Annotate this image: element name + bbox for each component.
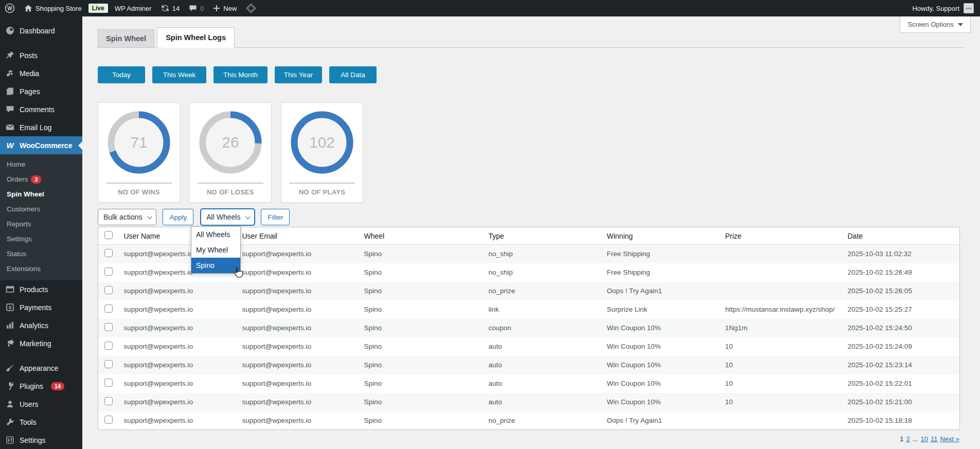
- sidebar-item-pages[interactable]: Pages: [0, 82, 82, 100]
- filter-button[interactable]: Filter: [261, 209, 290, 225]
- comments-icon: [5, 104, 15, 114]
- sidebar-item-settings[interactable]: Settings: [0, 431, 82, 449]
- column-header-wheel: Wheel: [360, 227, 485, 245]
- row-checkbox[interactable]: [104, 360, 113, 368]
- brush-icon: [5, 363, 15, 373]
- submenu-item-orders[interactable]: Orders3: [0, 172, 82, 187]
- main-content: Screen Options Spin Wheel Spin Wheel Log…: [82, 16, 980, 449]
- comments-indicator[interactable]: 0: [184, 0, 208, 16]
- column-header-type: Type: [485, 227, 603, 245]
- media-icon: [5, 68, 15, 78]
- svg-text:$: $: [9, 304, 12, 310]
- submenu-item-extensions[interactable]: Extensions: [0, 261, 82, 276]
- envelope-icon: [5, 122, 15, 132]
- row-checkbox[interactable]: [104, 397, 113, 405]
- submenu-item-home[interactable]: Home: [0, 157, 82, 172]
- updates-icon: [161, 4, 169, 12]
- table-row: support@wpexperts.io support@wpexperts.i…: [98, 282, 960, 300]
- loses-card: 26 NO OF LOSES: [189, 102, 272, 203]
- sidebar-item-marketing[interactable]: Marketing: [0, 334, 82, 352]
- sidebar-item-tools[interactable]: Tools: [0, 413, 82, 431]
- submenu-item-reports[interactable]: Reports: [0, 217, 82, 231]
- screen-options-button[interactable]: Screen Options: [900, 16, 971, 33]
- plays-donut-chart: 102: [290, 111, 354, 174]
- gem-icon[interactable]: [241, 0, 261, 16]
- submenu-item-settings[interactable]: Settings: [0, 231, 82, 246]
- sidebar-item-dashboard[interactable]: Dashboard: [0, 22, 82, 40]
- divider: [106, 183, 172, 184]
- page-link-2[interactable]: 2: [906, 435, 910, 443]
- apply-button[interactable]: Apply: [163, 209, 193, 225]
- sidebar-item-analytics[interactable]: Analytics: [0, 316, 82, 334]
- next-page-link[interactable]: Next »: [940, 435, 959, 443]
- wheel-filter-select[interactable]: All Wheels: [201, 209, 255, 225]
- sidebar-item-comments[interactable]: Comments: [0, 100, 82, 118]
- submenu-item-spin-wheel[interactable]: Spin Wheel: [0, 187, 82, 202]
- dropdown-option-my-wheel[interactable]: My Wheel: [191, 242, 240, 258]
- dropdown-option-spino[interactable]: Spino: [191, 258, 240, 273]
- submenu-item-customers[interactable]: Customers: [0, 202, 82, 217]
- comment-bubble-icon: [189, 4, 197, 12]
- this-week-button[interactable]: This Week: [152, 66, 206, 83]
- dropdown-option-all-wheels[interactable]: All Wheels: [191, 227, 240, 242]
- chevron-down-icon: [245, 214, 251, 219]
- all-data-button[interactable]: All Data: [329, 66, 377, 83]
- wordpress-logo-icon[interactable]: W: [0, 0, 20, 16]
- sidebar-item-media[interactable]: Media: [0, 64, 82, 82]
- live-badge: Live: [88, 4, 108, 13]
- row-checkbox[interactable]: [104, 323, 113, 331]
- plays-value: 102: [290, 111, 354, 174]
- sidebar-item-payments[interactable]: $ Payments: [0, 298, 82, 316]
- loses-label: NO OF LOSES: [190, 188, 271, 196]
- table-row: support@wpexperts.io support@wpexperts.i…: [98, 411, 960, 430]
- howdy-label[interactable]: Howdy, Support: [912, 5, 959, 12]
- tab-spin-wheel[interactable]: Spin Wheel: [98, 29, 154, 47]
- megaphone-icon: [5, 338, 15, 348]
- site-link[interactable]: Shopping Store: [20, 0, 86, 16]
- updates-indicator[interactable]: 14: [156, 0, 184, 16]
- row-checkbox[interactable]: [104, 416, 113, 424]
- woocommerce-submenu: Home Orders3 Spin Wheel Customers Report…: [0, 154, 82, 280]
- woocommerce-icon: W: [5, 140, 15, 150]
- wp-adminer-link[interactable]: WP Adminer: [110, 0, 156, 16]
- tab-spin-wheel-logs[interactable]: Spin Wheel Logs: [157, 27, 235, 48]
- pin-icon: [5, 50, 15, 60]
- select-all-checkbox[interactable]: [104, 231, 113, 239]
- loses-value: 26: [199, 111, 262, 174]
- page-ellipsis: ...: [913, 435, 918, 443]
- wheel-filter-dropdown: All Wheels My Wheel Spino: [191, 226, 241, 274]
- this-year-button[interactable]: This Year: [275, 66, 322, 83]
- row-checkbox[interactable]: [104, 342, 113, 350]
- sidebar-item-appearance[interactable]: Appearance: [0, 359, 82, 377]
- this-month-button[interactable]: This Month: [213, 66, 268, 83]
- avatar[interactable]: [964, 3, 974, 13]
- stat-cards: 71 NO OF WINS 26 NO OF LOSES: [98, 102, 965, 203]
- page-link-11[interactable]: 11: [931, 435, 938, 443]
- row-checkbox[interactable]: [104, 379, 113, 387]
- wins-donut-chart: 71: [107, 111, 171, 174]
- sidebar-item-products[interactable]: Products: [0, 280, 82, 298]
- sidebar-item-email-log[interactable]: Email Log: [0, 118, 82, 136]
- row-checkbox[interactable]: [104, 286, 113, 294]
- page-link-10[interactable]: 10: [920, 435, 928, 443]
- hand-cursor-icon: [232, 266, 244, 279]
- divider: [289, 183, 355, 184]
- bulk-actions-select[interactable]: Bulk actions: [98, 209, 156, 225]
- today-button[interactable]: Today: [98, 66, 145, 83]
- submenu-item-status[interactable]: Status: [0, 246, 82, 261]
- sidebar-item-users[interactable]: Users: [0, 395, 82, 413]
- pages-icon: [5, 86, 15, 96]
- plug-icon: [5, 381, 15, 391]
- column-header-prize: Prize: [721, 227, 844, 245]
- admin-bar: W Shopping Store Live WP Adminer 14 0: [0, 0, 980, 16]
- date-filter-buttons: Today This Week This Month This Year All…: [98, 66, 965, 83]
- row-checkbox[interactable]: [104, 249, 113, 257]
- row-checkbox[interactable]: [104, 304, 113, 313]
- sidebar-item-plugins[interactable]: Plugins 14: [0, 377, 82, 395]
- wins-card: 71 NO OF WINS: [98, 102, 180, 203]
- new-content-button[interactable]: New: [208, 0, 241, 16]
- table-toolbar: Bulk actions Apply All Wheels Filter All…: [98, 209, 965, 225]
- sidebar-item-woocommerce[interactable]: W WooCommerce: [0, 136, 82, 154]
- sidebar-item-posts[interactable]: Posts: [0, 46, 82, 64]
- row-checkbox[interactable]: [104, 267, 113, 276]
